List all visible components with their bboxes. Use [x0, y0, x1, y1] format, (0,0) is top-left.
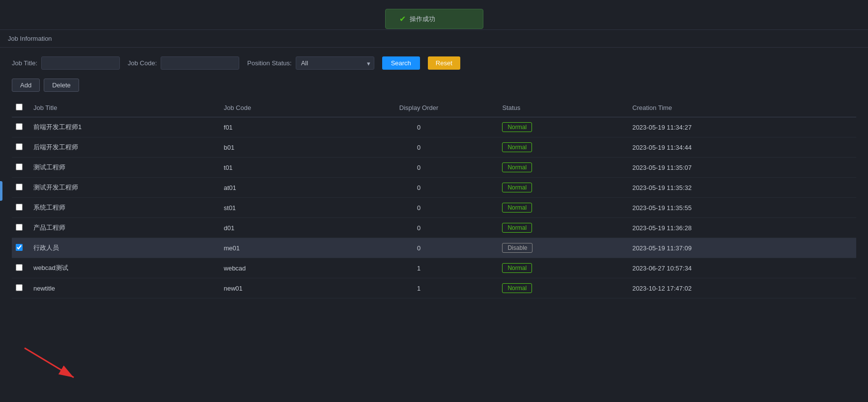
row-job-code: d01: [220, 218, 339, 238]
row-display-order: 1: [339, 258, 499, 278]
search-button[interactable]: Search: [382, 56, 420, 70]
row-creation-time: 2023-05-19 11:34:27: [628, 117, 856, 137]
job-title-label: Job Title:: [12, 59, 37, 67]
row-creation-time: 2023-05-19 11:34:44: [628, 137, 856, 158]
row-checkbox-cell: [12, 238, 29, 258]
row-creation-time: 2023-05-19 11:37:09: [628, 238, 856, 258]
row-job-title: newtitle: [29, 278, 220, 298]
status-badge: Normal: [502, 203, 532, 213]
row-display-order: 0: [339, 238, 499, 258]
job-table: Job Title Job Code Display Order Status …: [12, 99, 856, 298]
row-creation-time: 2023-06-27 10:57:34: [628, 258, 856, 278]
header-display-order: Display Order: [339, 99, 499, 117]
row-creation-time: 2023-10-12 17:47:02: [628, 278, 856, 298]
table-row[interactable]: 后端开发工程师b010Normal2023-05-19 11:34:44: [12, 137, 856, 158]
row-job-title: 测试开发工程师: [29, 178, 220, 198]
table-row[interactable]: 产品工程师d010Normal2023-05-19 11:36:28: [12, 218, 856, 238]
row-job-code: webcad: [220, 258, 339, 278]
red-arrow-indicator: [15, 338, 93, 387]
row-job-title: 行政人员: [29, 238, 220, 258]
row-job-code: b01: [220, 137, 339, 158]
row-display-order: 0: [339, 117, 499, 137]
status-badge: Normal: [502, 283, 532, 293]
row-job-title: webcad测试: [29, 258, 220, 278]
table-row[interactable]: webcad测试webcad1Normal2023-06-27 10:57:34: [12, 258, 856, 278]
left-edge-indicator: [0, 181, 2, 201]
row-checkbox[interactable]: [16, 264, 23, 271]
header-creation-time: Creation Time: [628, 99, 856, 117]
row-checkbox-cell: [12, 218, 29, 238]
status-badge: Disable: [502, 243, 532, 253]
add-button[interactable]: Add: [12, 79, 40, 92]
row-checkbox[interactable]: [16, 163, 23, 170]
row-checkbox-cell: [12, 158, 29, 178]
row-checkbox[interactable]: [16, 143, 23, 150]
row-checkbox[interactable]: [16, 244, 23, 251]
job-title-input[interactable]: [41, 56, 120, 70]
row-checkbox-cell: [12, 198, 29, 218]
status-badge: Normal: [502, 223, 532, 233]
table-header: Job Title Job Code Display Order Status …: [12, 99, 856, 117]
status-badge: Normal: [502, 263, 532, 273]
table-body: 前端开发工程师1f010Normal2023-05-19 11:34:27后端开…: [12, 117, 856, 298]
row-status: Normal: [498, 198, 628, 218]
row-checkbox[interactable]: [16, 204, 23, 211]
status-badge: Normal: [502, 162, 532, 172]
success-toast: ✔ 操作成功: [385, 9, 483, 29]
job-code-label: Job Code:: [128, 59, 157, 67]
table-row[interactable]: newtitlenew011Normal2023-10-12 17:47:02: [12, 278, 856, 298]
status-badge: Normal: [502, 183, 532, 192]
table-row[interactable]: 行政人员me010Disable2023-05-19 11:37:09: [12, 238, 856, 258]
row-job-title: 产品工程师: [29, 218, 220, 238]
row-checkbox-cell: [12, 278, 29, 298]
row-job-code: f01: [220, 117, 339, 137]
row-job-code: new01: [220, 278, 339, 298]
reset-button[interactable]: Reset: [428, 56, 460, 70]
header-checkbox-col: [12, 99, 29, 117]
row-job-title: 测试工程师: [29, 158, 220, 178]
row-status: Normal: [498, 158, 628, 178]
row-job-title: 后端开发工程师: [29, 137, 220, 158]
job-code-input[interactable]: [161, 56, 239, 70]
row-display-order: 0: [339, 198, 499, 218]
row-creation-time: 2023-05-19 11:36:28: [628, 218, 856, 238]
row-job-title: 前端开发工程师1: [29, 117, 220, 137]
row-status: Normal: [498, 117, 628, 137]
header-status: Status: [498, 99, 628, 117]
table-row[interactable]: 测试工程师t010Normal2023-05-19 11:35:07: [12, 158, 856, 178]
row-job-code: at01: [220, 178, 339, 198]
position-status-select[interactable]: AllNormalDisable: [296, 56, 374, 70]
table-row[interactable]: 测试开发工程师at010Normal2023-05-19 11:35:32: [12, 178, 856, 198]
row-checkbox[interactable]: [16, 184, 23, 190]
row-status: Normal: [498, 137, 628, 158]
row-display-order: 0: [339, 178, 499, 198]
row-checkbox[interactable]: [16, 284, 23, 291]
row-display-order: 0: [339, 158, 499, 178]
select-all-checkbox[interactable]: [16, 104, 23, 110]
table-row[interactable]: 前端开发工程师1f010Normal2023-05-19 11:34:27: [12, 117, 856, 137]
row-job-code: st01: [220, 198, 339, 218]
row-checkbox[interactable]: [16, 224, 23, 231]
action-bar: Add Delete: [0, 79, 868, 99]
toast-message: 操作成功: [410, 15, 435, 24]
row-checkbox[interactable]: [16, 123, 23, 130]
job-title-filter: Job Title:: [12, 56, 120, 70]
row-display-order: 1: [339, 278, 499, 298]
row-job-code: me01: [220, 238, 339, 258]
row-checkbox-cell: [12, 258, 29, 278]
row-checkbox-cell: [12, 137, 29, 158]
table-wrapper: Job Title Job Code Display Order Status …: [0, 99, 868, 298]
table-row[interactable]: 系统工程师st010Normal2023-05-19 11:35:55: [12, 198, 856, 218]
row-display-order: 0: [339, 137, 499, 158]
position-status-label: Position Status:: [247, 59, 291, 67]
job-code-filter: Job Code:: [128, 56, 239, 70]
row-job-title: 系统工程师: [29, 198, 220, 218]
position-status-select-wrapper: AllNormalDisable: [296, 56, 374, 70]
status-badge: Normal: [502, 142, 532, 152]
success-icon: ✔: [399, 14, 406, 24]
status-badge: Normal: [502, 122, 532, 132]
row-checkbox-cell: [12, 117, 29, 137]
row-creation-time: 2023-05-19 11:35:32: [628, 178, 856, 198]
header-job-code: Job Code: [220, 99, 339, 117]
delete-button[interactable]: Delete: [44, 79, 79, 92]
